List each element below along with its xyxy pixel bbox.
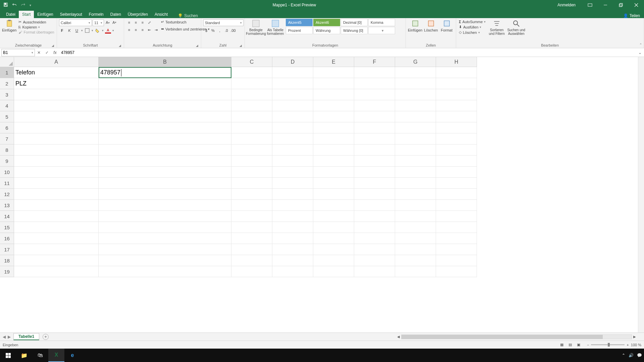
cell-A11[interactable]: [14, 178, 99, 189]
cell-D5[interactable]: [272, 111, 313, 122]
row-header-12[interactable]: 12: [0, 189, 14, 200]
scrollbar-thumb[interactable]: [401, 335, 603, 339]
column-header-G[interactable]: G: [395, 57, 436, 67]
cell-A19[interactable]: [14, 266, 99, 277]
cell-G11[interactable]: [395, 178, 436, 189]
tab-formeln[interactable]: Formeln: [86, 11, 107, 18]
cell-H19[interactable]: [436, 266, 477, 277]
cell-B10[interactable]: [99, 167, 231, 178]
cell-C6[interactable]: [231, 122, 272, 133]
cell-F9[interactable]: [354, 156, 395, 167]
align-top-icon[interactable]: ≡: [126, 19, 132, 25]
cell-D4[interactable]: [272, 100, 313, 111]
cell-C11[interactable]: [231, 178, 272, 189]
cell-G12[interactable]: [395, 189, 436, 200]
cell-E8[interactable]: [313, 144, 354, 156]
cell-A14[interactable]: [14, 211, 99, 222]
cell-A5[interactable]: [14, 111, 99, 122]
cell-E17[interactable]: [313, 244, 354, 255]
cell-E9[interactable]: [313, 156, 354, 167]
cell-A8[interactable]: [14, 144, 99, 156]
cell-A2[interactable]: PLZ: [14, 78, 99, 89]
zoom-control[interactable]: − + 100 %: [587, 343, 641, 347]
cell-E14[interactable]: [313, 211, 354, 222]
cell-D7[interactable]: [272, 133, 313, 144]
font-name-combo[interactable]: Calibri▾: [59, 19, 92, 26]
cell-H7[interactable]: [436, 133, 477, 144]
cell-D8[interactable]: [272, 144, 313, 156]
cell-D18[interactable]: [272, 255, 313, 266]
cell-F16[interactable]: [354, 233, 395, 244]
row-header-16[interactable]: 16: [0, 233, 14, 244]
style-dezimal[interactable]: Dezimal [0]: [341, 19, 368, 26]
qat-customize-icon[interactable]: ▾: [30, 3, 31, 7]
cell-C8[interactable]: [231, 144, 272, 156]
cell-D19[interactable]: [272, 266, 313, 277]
cell-G6[interactable]: [395, 122, 436, 133]
view-page-break-icon[interactable]: ▣: [575, 343, 582, 347]
ribbon-display-icon[interactable]: [582, 0, 598, 10]
cell-H2[interactable]: [436, 78, 477, 89]
row-header-2[interactable]: 2: [0, 78, 14, 89]
style-waehrung0[interactable]: Währung [0]: [341, 27, 368, 34]
cell-A18[interactable]: [14, 255, 99, 266]
cell-A13[interactable]: [14, 200, 99, 211]
cell-G14[interactable]: [395, 211, 436, 222]
align-middle-icon[interactable]: ≡: [133, 19, 139, 25]
taskbar-edge[interactable]: e: [64, 349, 80, 362]
new-sheet-button[interactable]: +: [43, 334, 49, 340]
cell-F4[interactable]: [354, 100, 395, 111]
style-akzent6[interactable]: Akzent6: [313, 19, 340, 26]
column-header-E[interactable]: E: [313, 57, 354, 67]
row-header-13[interactable]: 13: [0, 200, 14, 211]
cell-H8[interactable]: [436, 144, 477, 156]
number-format-combo[interactable]: Standard▾: [203, 19, 244, 26]
taskbar-excel[interactable]: X: [48, 349, 64, 362]
maximize-icon[interactable]: [613, 0, 629, 10]
underline-button[interactable]: U: [74, 27, 80, 34]
cells-area[interactable]: Telefon478957PLZ: [14, 67, 638, 333]
cell-E19[interactable]: [313, 266, 354, 277]
conditional-formatting-button[interactable]: Bedingte Formatierung: [247, 19, 265, 36]
cell-C10[interactable]: [231, 167, 272, 178]
tab-daten[interactable]: Daten: [107, 11, 124, 18]
tab-ueberpruefen[interactable]: Überprüfen: [124, 11, 151, 18]
cell-B16[interactable]: [99, 233, 231, 244]
cell-D11[interactable]: [272, 178, 313, 189]
cell-F3[interactable]: [354, 89, 395, 100]
cell-D12[interactable]: [272, 189, 313, 200]
column-header-C[interactable]: C: [231, 57, 272, 67]
row-header-9[interactable]: 9: [0, 156, 14, 167]
cell-C1[interactable]: [231, 67, 272, 78]
cell-F7[interactable]: [354, 133, 395, 144]
italic-button[interactable]: K: [66, 27, 72, 34]
cell-C15[interactable]: [231, 222, 272, 233]
cell-G8[interactable]: [395, 144, 436, 156]
vertical-scrollbar[interactable]: [638, 57, 644, 333]
row-header-6[interactable]: 6: [0, 122, 14, 133]
tray-volume-icon[interactable]: 🔊: [629, 353, 634, 358]
grow-font-icon[interactable]: A▴: [105, 19, 111, 25]
cell-B5[interactable]: [99, 111, 231, 122]
dialog-launcher-icon[interactable]: ◢: [52, 44, 54, 47]
row-header-15[interactable]: 15: [0, 222, 14, 233]
increase-decimal-icon[interactable]: .0: [223, 27, 229, 34]
undo-icon[interactable]: [12, 2, 17, 8]
zoom-value[interactable]: 100 %: [631, 343, 641, 347]
cell-B2[interactable]: [99, 78, 231, 89]
cell-D10[interactable]: [272, 167, 313, 178]
cell-F10[interactable]: [354, 167, 395, 178]
cell-C13[interactable]: [231, 200, 272, 211]
row-header-18[interactable]: 18: [0, 255, 14, 266]
find-select-button[interactable]: Suchen und Auswählen: [507, 19, 525, 36]
cell-B14[interactable]: [99, 211, 231, 222]
cell-D15[interactable]: [272, 222, 313, 233]
cell-H1[interactable]: [436, 67, 477, 78]
paste-button[interactable]: Einfügen: [2, 19, 16, 32]
cell-C19[interactable]: [231, 266, 272, 277]
cell-D6[interactable]: [272, 122, 313, 133]
cell-E5[interactable]: [313, 111, 354, 122]
dialog-launcher-icon[interactable]: ◢: [239, 44, 242, 47]
format-cells-button[interactable]: Format: [439, 19, 454, 32]
column-header-F[interactable]: F: [354, 57, 395, 67]
